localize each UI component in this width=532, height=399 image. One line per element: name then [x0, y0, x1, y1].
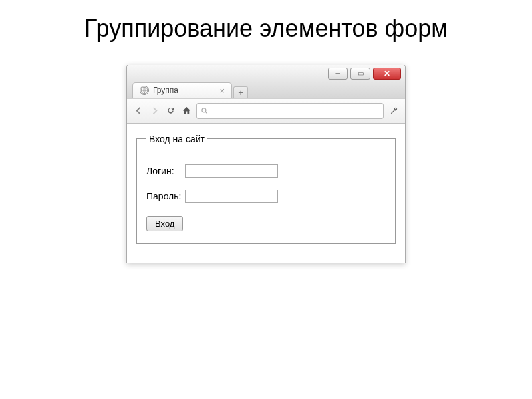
submit-button[interactable]: Вход: [146, 216, 183, 231]
close-button[interactable]: ✕: [373, 68, 401, 80]
page-content: Вход на сайт Логин: Пароль: Вход: [127, 124, 405, 263]
tab-close-icon[interactable]: ×: [219, 86, 225, 96]
home-icon[interactable]: [180, 105, 192, 117]
browser-window: ─ ▭ ✕ Группа × +: [126, 65, 406, 263]
svg-point-1: [202, 108, 206, 112]
slide-title: Группирование элементов форм: [0, 0, 532, 65]
window-controls: ─ ▭ ✕: [127, 65, 405, 82]
new-tab-button[interactable]: +: [233, 86, 248, 98]
login-fieldset: Вход на сайт Логин: Пароль: Вход: [136, 134, 396, 244]
search-icon: [201, 107, 209, 115]
password-input[interactable]: [185, 190, 278, 203]
browser-tab[interactable]: Группа ×: [132, 82, 232, 98]
login-row: Логин:: [146, 164, 386, 178]
fieldset-legend: Вход на сайт: [146, 134, 207, 144]
back-icon[interactable]: [132, 105, 144, 117]
tab-bar: Группа × +: [127, 82, 405, 98]
address-bar[interactable]: [196, 103, 384, 119]
window-chrome: ─ ▭ ✕ Группа × +: [127, 65, 405, 124]
password-row: Пароль:: [146, 190, 386, 203]
password-label: Пароль:: [146, 191, 181, 201]
wrench-icon[interactable]: [388, 105, 400, 117]
reload-icon[interactable]: [164, 105, 176, 117]
forward-icon[interactable]: [148, 105, 160, 117]
minimize-button[interactable]: ─: [328, 68, 348, 80]
login-input[interactable]: [185, 164, 278, 178]
login-label: Логин:: [146, 166, 181, 176]
tab-title: Группа: [153, 86, 178, 95]
globe-icon: [140, 86, 149, 95]
navigation-toolbar: [127, 98, 405, 124]
maximize-button[interactable]: ▭: [350, 68, 370, 80]
